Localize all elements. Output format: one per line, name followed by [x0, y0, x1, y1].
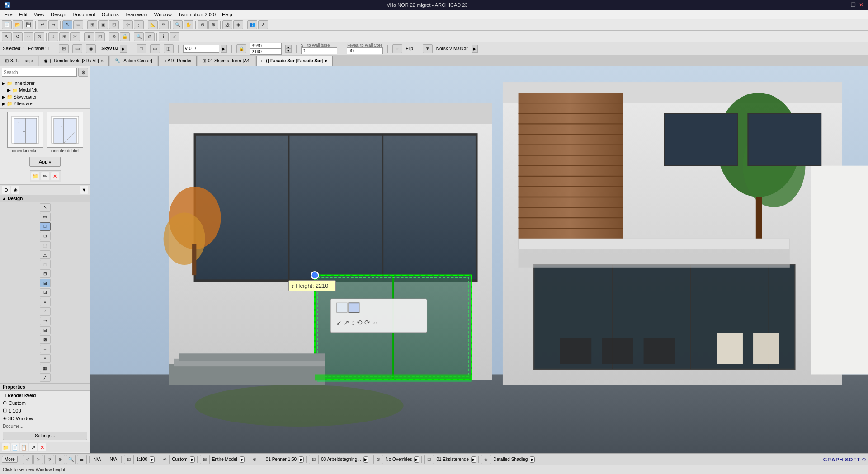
delete-btn2[interactable]: ✕: [51, 172, 59, 180]
arrow-tool[interactable]: ↖: [62, 20, 72, 29]
menu-item-document[interactable]: Document: [70, 11, 98, 18]
menu-item-twinmotion[interactable]: Twinmotion 2020: [175, 11, 218, 18]
dim-lock-btn[interactable]: 🔒: [236, 44, 246, 53]
dt-beam[interactable]: ⊟: [40, 269, 51, 278]
rotate-btn[interactable]: ↺: [13, 32, 23, 41]
override-expand[interactable]: ▶: [414, 456, 419, 463]
shading-expand[interactable]: ▶: [530, 456, 535, 463]
dt-line[interactable]: ╱: [40, 373, 51, 382]
pen-btn[interactable]: ✏: [159, 20, 169, 29]
canvas-area[interactable]: ↕ Height: 2210 ↙ ↗ ↕ ⟲ ⟳ ↔: [90, 66, 868, 453]
copy-btn[interactable]: ⊞: [59, 32, 69, 41]
apply-button[interactable]: Apply: [29, 157, 61, 167]
tab-skjema[interactable]: ⊞ 01 Skjema dører [A4]: [198, 56, 255, 66]
penner-expand[interactable]: ▶: [299, 456, 304, 463]
tab-fasade[interactable]: □ () Fasade Sør [Fasade Sør] ▶: [256, 56, 333, 66]
dt-slab[interactable]: ⬚: [40, 241, 51, 250]
edit-btn[interactable]: ✏: [41, 172, 49, 180]
search-settings-btn[interactable]: ⚙: [78, 68, 88, 77]
custom-expand[interactable]: ▶: [190, 456, 195, 463]
view-type-1[interactable]: □: [137, 44, 146, 53]
bt-icon1[interactable]: 📁: [2, 443, 10, 451]
dt-door[interactable]: ⊞: [40, 279, 51, 287]
nav-forward[interactable]: ▷: [33, 455, 43, 464]
view-type-2[interactable]: ▭: [150, 44, 160, 53]
filter-icon[interactable]: ⊗: [250, 455, 259, 464]
view-mode-btn[interactable]: ▭: [72, 44, 82, 53]
bt-icon4[interactable]: ↗: [29, 443, 37, 451]
marquee-tool[interactable]: ▭: [73, 20, 83, 29]
open-button[interactable]: 📂: [13, 20, 23, 29]
group-btn[interactable]: ⊡: [95, 32, 105, 41]
tree-item-skyvedorer[interactable]: ▶ 📁 Skyvedører: [0, 94, 90, 100]
dt-arrow[interactable]: ↖: [40, 203, 51, 212]
arbeid-icon[interactable]: ⊡: [309, 455, 319, 464]
model-icon[interactable]: ⊞: [200, 455, 210, 464]
dim1-input[interactable]: [250, 43, 282, 49]
view-code-input[interactable]: V-017: [183, 45, 219, 53]
menu-item-teamwork[interactable]: Teamwork: [123, 11, 151, 18]
dim2-input[interactable]: [250, 49, 282, 55]
search-input[interactable]: [2, 68, 77, 77]
nav-zoom[interactable]: 🔍: [66, 455, 76, 464]
share-btn[interactable]: ↗: [258, 20, 268, 29]
marker-btn[interactable]: ▼: [423, 44, 433, 53]
view-expand-btn[interactable]: ▶: [120, 45, 127, 53]
dim-down-btn[interactable]: ▼: [285, 49, 292, 53]
offset-btn[interactable]: ⊙: [34, 32, 44, 41]
section-btn[interactable]: ⊖: [198, 20, 208, 29]
tree-item-ytterdorer[interactable]: ▶ 📁 Ytterdører: [0, 100, 90, 107]
dt-marq[interactable]: ▭: [40, 213, 51, 221]
marker-expand-btn[interactable]: ▶: [472, 45, 478, 53]
3d-btn[interactable]: ◈: [233, 20, 243, 29]
zoom-btn[interactable]: 🔍: [173, 20, 183, 29]
door-thumb-1[interactable]: Innerdør enkel: [7, 112, 43, 153]
lb-icon2[interactable]: ◈: [11, 186, 19, 194]
nav-home[interactable]: ⊕: [55, 455, 65, 464]
tab-etasje[interactable]: ⊞ 3. 1. Etasje: [0, 56, 38, 66]
dt-wall[interactable]: ⊡: [40, 232, 51, 240]
mirror-btn[interactable]: ↔: [24, 32, 33, 41]
select-btn[interactable]: ↖: [2, 32, 12, 41]
scale-icon-btn[interactable]: ⊡: [124, 455, 134, 464]
menu-item-file[interactable]: File: [2, 11, 15, 18]
view-settings-btn[interactable]: ⊞: [59, 44, 69, 53]
nav-refresh[interactable]: ↺: [44, 455, 54, 464]
tab-action-center[interactable]: 🔧 [Action Center]: [110, 56, 157, 66]
view-btn1[interactable]: ⊞: [87, 20, 97, 29]
scale-expand[interactable]: ▶: [150, 456, 155, 463]
lock-btn[interactable]: 🔒: [120, 32, 130, 41]
nav-back[interactable]: ◁: [23, 455, 33, 464]
dt-curtain[interactable]: ⊟: [40, 326, 51, 335]
dt-window[interactable]: ⊡: [40, 288, 51, 297]
dt-roof[interactable]: △: [40, 250, 51, 259]
minimize-button[interactable]: —: [842, 2, 848, 8]
lb-expand[interactable]: ▼: [80, 186, 88, 194]
exist-expand[interactable]: ▶: [471, 456, 476, 463]
tree-item-innerdorer[interactable]: ▶ 📁 Innerdører: [0, 80, 90, 87]
bt-delete[interactable]: ✕: [38, 443, 46, 451]
dt-label[interactable]: A: [40, 354, 51, 363]
lb-icon1[interactable]: ⊙: [2, 186, 10, 194]
menu-item-options[interactable]: Options: [99, 11, 122, 18]
snap-btn[interactable]: ⊹: [123, 20, 133, 29]
tab-a10-render[interactable]: □ A10 Render: [158, 56, 197, 66]
dim-up-btn[interactable]: ▲: [285, 45, 292, 49]
view-3d-btn[interactable]: ◉: [86, 44, 96, 53]
bt-icon3[interactable]: 📋: [20, 443, 28, 451]
align-btn[interactable]: ≡: [84, 32, 94, 41]
redo-button[interactable]: ↪: [48, 20, 58, 29]
dt-zone[interactable]: ⊠: [40, 335, 51, 344]
measure-btn[interactable]: 📐: [148, 20, 158, 29]
teamwork-btn[interactable]: 👥: [247, 20, 257, 29]
elevation-btn[interactable]: ⊕: [208, 20, 218, 29]
view-type-3[interactable]: ◫: [164, 44, 174, 53]
more-btn[interactable]: More: [2, 456, 18, 463]
save-button[interactable]: 💾: [24, 20, 33, 29]
view-code-btn[interactable]: ▶: [221, 45, 227, 53]
bt-icon2[interactable]: 📄: [11, 443, 19, 451]
menu-item-help[interactable]: Help: [219, 11, 235, 18]
undo-button[interactable]: ↩: [38, 20, 47, 29]
find-btn[interactable]: 🔍: [134, 32, 144, 41]
grid-btn[interactable]: ⋮: [134, 20, 144, 29]
